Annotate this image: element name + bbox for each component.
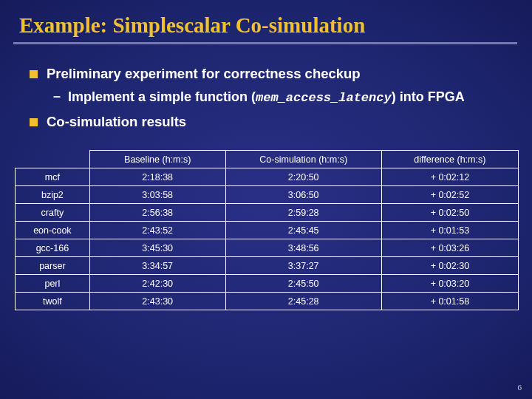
table-row: parser 3:34:57 3:37:27 + 0:02:30: [16, 257, 519, 275]
square-bullet-icon: [30, 70, 38, 78]
cell-baseline: 2:43:30: [89, 293, 225, 310]
sub-text-mono: mem_access_latency: [256, 91, 392, 105]
cell-baseline: 2:42:30: [89, 275, 225, 293]
cell-name: perl: [16, 275, 90, 293]
bullet-1-subitem: – Implement a simple function (mem_acces…: [53, 89, 510, 106]
cell-cosim: 2:45:50: [225, 275, 381, 293]
results-table-wrap: Baseline (h:m:s) Co-simulation (h:m:s) d…: [15, 150, 519, 310]
cell-cosim: 3:37:27: [225, 257, 381, 275]
dash-bullet-icon: –: [53, 89, 61, 106]
table-row: eon-cook 2:43:52 2:45:45 + 0:01:53: [16, 222, 519, 239]
cell-diff: + 0:03:26: [381, 239, 518, 257]
table-body: mcf 2:18:38 2:20:50 + 0:02:12 bzip2 3:03…: [16, 168, 519, 310]
cell-cosim: 3:48:56: [225, 239, 381, 257]
header-baseline: Baseline (h:m:s): [89, 151, 225, 168]
square-bullet-icon: [30, 118, 38, 126]
slide-content: Preliminary experiment for correctness c…: [0, 65, 532, 131]
table-row: twolf 2:43:30 2:45:28 + 0:01:58: [16, 293, 519, 310]
cell-baseline: 2:43:52: [89, 222, 225, 239]
cell-name: crafty: [16, 204, 90, 222]
title-underline: [13, 42, 517, 44]
cell-cosim: 2:45:28: [225, 293, 381, 310]
cell-name: gcc-166: [16, 239, 90, 257]
table-row: bzip2 3:03:58 3:06:50 + 0:02:52: [16, 186, 519, 204]
cell-diff: + 0:02:12: [381, 168, 518, 186]
results-table: Baseline (h:m:s) Co-simulation (h:m:s) d…: [15, 150, 519, 310]
bullet-1: Preliminary experiment for correctness c…: [30, 65, 510, 83]
table-row: gcc-166 3:45:30 3:48:56 + 0:03:26: [16, 239, 519, 257]
header-blank: [16, 151, 90, 168]
header-diff: difference (h:m:s): [381, 151, 518, 168]
cell-name: parser: [16, 257, 90, 275]
cell-diff: + 0:02:52: [381, 186, 518, 204]
table-row: crafty 2:56:38 2:59:28 + 0:02:50: [16, 204, 519, 222]
cell-baseline: 3:34:57: [89, 257, 225, 275]
slide-title: Example: Simplescalar Co-simulation: [0, 0, 532, 41]
cell-cosim: 2:45:45: [225, 222, 381, 239]
cell-cosim: 3:06:50: [225, 186, 381, 204]
bullet-2: Co-simulation results: [30, 113, 510, 131]
cell-diff: + 0:02:30: [381, 257, 518, 275]
sub-text-pre: Implement a simple function (: [68, 89, 256, 104]
cell-baseline: 3:03:58: [89, 186, 225, 204]
bullet-2-text: Co-simulation results: [47, 113, 186, 131]
cell-diff: + 0:01:53: [381, 222, 518, 239]
page-number: 6: [518, 383, 522, 392]
cell-name: twolf: [16, 293, 90, 310]
cell-baseline: 3:45:30: [89, 239, 225, 257]
bullet-1-subitem-text: Implement a simple function (mem_access_…: [68, 89, 465, 106]
table-header-row: Baseline (h:m:s) Co-simulation (h:m:s) d…: [16, 151, 519, 168]
cell-name: eon-cook: [16, 222, 90, 239]
table-row: perl 2:42:30 2:45:50 + 0:03:20: [16, 275, 519, 293]
cell-cosim: 2:59:28: [225, 204, 381, 222]
cell-baseline: 2:18:38: [89, 168, 225, 186]
sub-text-post: ) into FPGA: [392, 89, 465, 104]
cell-cosim: 2:20:50: [225, 168, 381, 186]
cell-diff: + 0:01:58: [381, 293, 518, 310]
bullet-1-text: Preliminary experiment for correctness c…: [47, 65, 361, 83]
cell-diff: + 0:03:20: [381, 275, 518, 293]
cell-name: bzip2: [16, 186, 90, 204]
cell-diff: + 0:02:50: [381, 204, 518, 222]
table-row: mcf 2:18:38 2:20:50 + 0:02:12: [16, 168, 519, 186]
cell-name: mcf: [16, 168, 90, 186]
header-cosim: Co-simulation (h:m:s): [225, 151, 381, 168]
cell-baseline: 2:56:38: [89, 204, 225, 222]
